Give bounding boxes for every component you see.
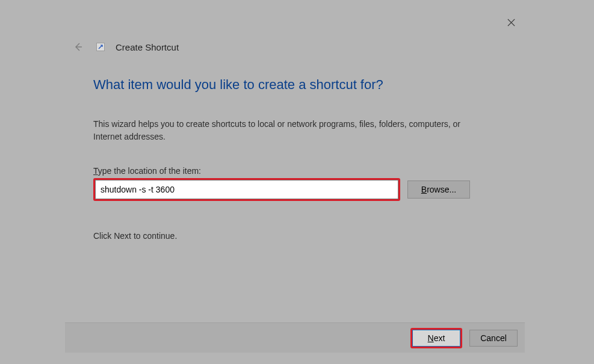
back-button[interactable] (71, 40, 85, 54)
next-button[interactable]: Next (412, 330, 460, 347)
cancel-button[interactable]: Cancel (469, 330, 518, 347)
wizard-title: Create Shortcut (116, 42, 179, 52)
wizard-header: Create Shortcut (71, 40, 179, 54)
wizard-footer: Next Cancel (65, 322, 525, 353)
location-label: Type the location of the item: (93, 166, 490, 176)
location-input-highlight (93, 178, 400, 201)
location-row: Browse... (93, 178, 490, 201)
location-input[interactable] (95, 180, 398, 199)
close-icon (507, 18, 516, 27)
close-button[interactable] (505, 18, 517, 30)
continue-instruction: Click Next to continue. (93, 231, 490, 241)
shortcut-icon (96, 43, 105, 51)
next-button-highlight: Next (410, 328, 462, 348)
browse-button[interactable]: Browse... (407, 180, 470, 199)
back-arrow-icon (73, 42, 83, 52)
wizard-description: This wizard helps you to create shortcut… (93, 118, 490, 143)
wizard-content: What item would you like to create a sho… (93, 77, 490, 241)
wizard-heading: What item would you like to create a sho… (93, 77, 490, 93)
